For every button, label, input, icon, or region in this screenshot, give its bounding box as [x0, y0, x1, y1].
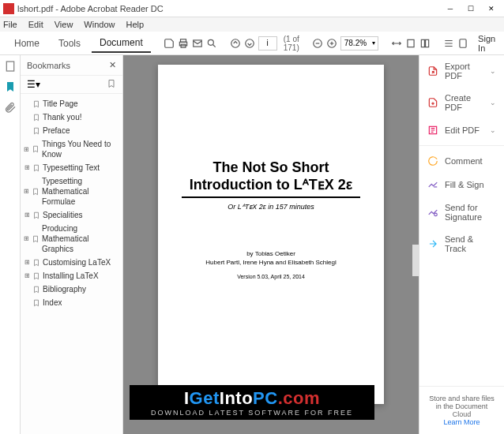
chevron-down-icon: ⌄ [490, 99, 496, 107]
close-button[interactable]: ✕ [482, 2, 501, 15]
doc-title: The Not So Short Introduction to LᴬTᴇX 2… [182, 159, 360, 193]
fit-width-icon[interactable] [391, 36, 402, 51]
maximize-button[interactable]: ☐ [461, 2, 480, 15]
tab-tools[interactable]: Tools [51, 35, 88, 52]
mail-icon[interactable] [192, 36, 203, 51]
bookmark-label: Bibliography [43, 284, 86, 294]
tool-icon [427, 207, 438, 218]
bookmark-label: Installing LaTeX [43, 271, 99, 281]
zoom-select[interactable]: 78.2% [340, 36, 378, 51]
bookmark-item[interactable]: Index [22, 296, 121, 309]
app-icon [3, 3, 14, 14]
watermark-banner: IGetIntoPC.com DOWNLOAD LATEST SOFTWARE … [130, 385, 374, 420]
bookmark-item[interactable]: ⊞Typesetting Text [22, 161, 121, 174]
bookmarks-title: Bookmarks [27, 61, 70, 70]
expand-icon[interactable]: ⊞ [24, 271, 30, 281]
learn-more-link[interactable]: Learn More [443, 418, 480, 426]
tool-fill-sign[interactable]: Fill & Sign [419, 173, 504, 196]
bookmarks-panel: Bookmarks ✕ ☰▾ Title PageThank you!Prefa… [21, 55, 123, 434]
menu-help[interactable]: Help [126, 20, 144, 29]
expand-icon[interactable]: ⊞ [24, 210, 30, 220]
bookmarks-list: Title PageThank you!Preface⊞Things You N… [21, 94, 122, 434]
page-down-icon[interactable] [244, 36, 255, 51]
bookmark-icon [32, 235, 39, 243]
more-tools-icon[interactable] [443, 36, 454, 51]
attachments-icon[interactable] [4, 101, 17, 114]
svg-rect-12 [460, 39, 466, 47]
bookmark-label: Preface [43, 125, 70, 136]
bookmark-icon [32, 100, 40, 108]
main-area: Bookmarks ✕ ☰▾ Title PageThank you!Prefa… [0, 55, 504, 434]
tool-send-track[interactable]: Send & Track [419, 228, 504, 260]
view-mode-icon[interactable] [419, 36, 431, 51]
doc-author: by Tobias Oetiker [182, 250, 360, 257]
bookmark-item[interactable]: Bibliography [22, 282, 121, 296]
panel-collapse-handle[interactable] [412, 245, 419, 276]
bookmark-item[interactable]: Preface [22, 124, 121, 137]
print-icon[interactable] [178, 36, 189, 51]
new-bookmark-icon[interactable] [107, 79, 116, 90]
bookmark-icon [32, 114, 40, 122]
bookmark-icon [32, 259, 40, 267]
tool-comment[interactable]: Comment [419, 149, 504, 173]
minimize-button[interactable]: ─ [441, 2, 460, 15]
expand-icon[interactable]: ⊞ [24, 186, 29, 196]
tab-document[interactable]: Document [92, 34, 151, 53]
watermark-logo: IGetIntoPC.com [133, 388, 371, 409]
doc-subtitle: Or LᴬTᴇX 2ε in 157 minutes [182, 203, 360, 211]
tool-export-pdf[interactable]: Export PDF⌄ [419, 55, 504, 87]
bookmarks-icon[interactable] [4, 80, 17, 93]
chevron-down-icon: ⌄ [490, 126, 496, 134]
thumbnails-icon[interactable] [4, 60, 17, 73]
bookmark-label: Index [43, 297, 62, 308]
bookmark-label: Specialities [43, 210, 83, 220]
menu-edit[interactable]: Edit [28, 20, 43, 29]
bookmark-item[interactable]: ⊞Customising LaTeX [22, 256, 121, 269]
close-panel-icon[interactable]: ✕ [109, 60, 116, 70]
search-icon[interactable] [206, 36, 217, 51]
tool-label: Send & Track [445, 234, 496, 253]
page-up-icon[interactable] [230, 36, 241, 51]
svg-rect-13 [6, 62, 13, 71]
page-number-input[interactable] [258, 36, 277, 51]
bookmark-item[interactable]: Thank you! [22, 110, 121, 124]
save-icon[interactable] [164, 36, 175, 51]
fit-page-icon[interactable] [405, 36, 416, 51]
menu-file[interactable]: File [3, 20, 17, 29]
bookmark-options-icon[interactable]: ☰▾ [27, 79, 40, 90]
pdf-page: The Not So Short Introduction to LᴬTᴇX 2… [158, 65, 384, 404]
zoom-out-icon[interactable] [312, 36, 323, 51]
menu-view[interactable]: View [55, 20, 73, 29]
bookmark-item[interactable]: ⊞Specialities [22, 208, 121, 222]
tool-edit-pdf[interactable]: Edit PDF⌄ [419, 118, 504, 142]
bookmark-icon [32, 188, 39, 196]
bookmark-item[interactable]: ⊞Producing Mathematical Graphics [22, 222, 121, 256]
title-rule [182, 196, 360, 198]
tab-home[interactable]: Home [6, 35, 47, 52]
expand-icon[interactable]: ⊞ [24, 144, 29, 155]
expand-icon[interactable]: ⊞ [24, 163, 30, 173]
bookmark-item[interactable]: ⊞Installing LaTeX [22, 269, 121, 282]
tools-panel: Export PDF⌄Create PDF⌄Edit PDF⌄CommentFi… [419, 55, 504, 434]
expand-icon[interactable]: ⊞ [24, 234, 29, 244]
bookmark-item[interactable]: ⊞Things You Need to Know [22, 137, 121, 161]
titlebar: lshort.pdf - Adobe Acrobat Reader DC ─ ☐… [0, 0, 504, 17]
bookmark-label: Thank you! [43, 112, 81, 122]
bookmarks-header: Bookmarks ✕ [21, 55, 122, 76]
svg-point-4 [208, 39, 213, 45]
device-icon[interactable] [457, 36, 468, 51]
zoom-in-icon[interactable] [326, 36, 337, 51]
expand-icon[interactable]: ⊞ [24, 257, 30, 268]
tool-icon [427, 125, 438, 136]
tool-send-for-signature[interactable]: Send for Signature [419, 196, 504, 228]
bookmark-label: Typesetting Mathematical Formulae [42, 176, 119, 207]
tool-create-pdf[interactable]: Create PDF⌄ [419, 87, 504, 118]
document-viewer[interactable]: The Not So Short Introduction to LᴬTᴇX 2… [123, 55, 419, 434]
bookmark-item[interactable]: Title Page [22, 97, 121, 110]
bookmark-item[interactable]: ⊞Typesetting Mathematical Formulae [22, 174, 121, 208]
svg-rect-10 [421, 39, 424, 47]
bookmark-label: Title Page [43, 99, 78, 109]
menu-window[interactable]: Window [84, 20, 115, 29]
sign-in-button[interactable]: Sign In [472, 31, 502, 56]
page-count: (1 of 171) [284, 35, 299, 52]
